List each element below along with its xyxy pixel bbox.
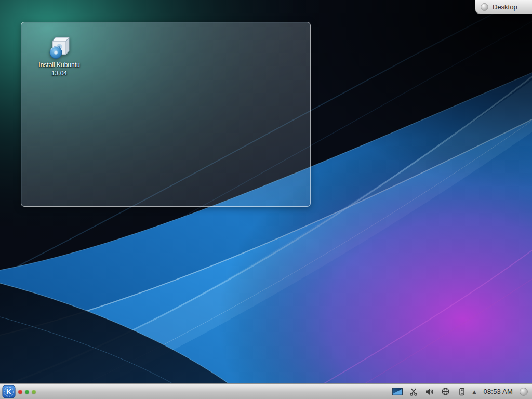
install-kubuntu-desktop-icon[interactable]: Install Kubuntu 13.04: [34, 34, 85, 77]
folder-view-widget[interactable]: Install Kubuntu 13.04: [21, 22, 311, 207]
digital-clock[interactable]: 08:53 AM: [481, 388, 515, 395]
icon-label-line2: 13.04: [51, 70, 67, 77]
desktop-toolbox-label: Desktop: [493, 3, 517, 11]
system-tray: ▲ 08:53 AM: [392, 385, 532, 398]
device-notifier-icon[interactable]: [456, 385, 468, 398]
kde-k-logo-icon: K: [2, 385, 16, 398]
panel-cashew-icon[interactable]: [520, 388, 528, 396]
desktop-toolbox-button[interactable]: Desktop: [475, 0, 532, 14]
icon-label: Install Kubuntu 13.04: [38, 61, 79, 77]
installer-package-icon: [46, 34, 72, 60]
klipper-scissors-icon[interactable]: [408, 385, 419, 398]
tray-expand-arrow-icon[interactable]: ▲: [472, 389, 477, 394]
bottom-panel: K: [0, 383, 532, 399]
plasma-cashew-icon: [481, 3, 488, 11]
svg-text:K: K: [6, 388, 11, 396]
display-thumbnail-icon[interactable]: [392, 385, 403, 398]
quicklaunch-dot-red[interactable]: [18, 390, 22, 394]
quicklaunch-area: [18, 390, 36, 394]
network-globe-icon[interactable]: [440, 385, 451, 398]
task-manager-area: [36, 384, 392, 399]
volume-speaker-icon[interactable]: [424, 385, 435, 398]
kickoff-launcher-button[interactable]: K: [0, 384, 17, 399]
quicklaunch-dot-lime[interactable]: [32, 390, 36, 394]
icon-label-line1: Install Kubuntu: [38, 61, 79, 69]
quicklaunch-dot-green[interactable]: [25, 390, 29, 394]
